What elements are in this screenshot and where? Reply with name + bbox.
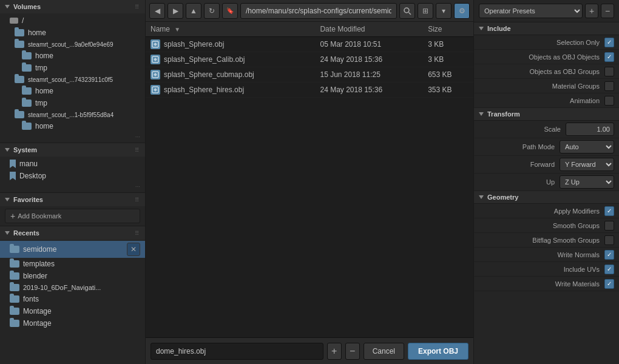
path-input[interactable]: [240, 3, 397, 19]
up-button[interactable]: ▲: [186, 3, 201, 19]
volume-item-steamrt3[interactable]: steamrt_scout_...1-b5f9f55d8a4: [0, 109, 145, 120]
recent-item-montage2[interactable]: Montage: [0, 317, 145, 329]
bookmark-icon: [10, 160, 16, 168]
write-normals-checkbox[interactable]: [604, 250, 614, 260]
panel-row-selection-only: Selection Only: [474, 35, 619, 50]
search-button[interactable]: [399, 3, 415, 19]
animation-checkbox[interactable]: [604, 96, 614, 106]
table-row[interactable]: splash_Sphere_Calib.obj 24 May 2018 15:3…: [146, 52, 473, 67]
transform-section-header[interactable]: Transform: [474, 108, 619, 121]
volume-item-tmp2[interactable]: tmp: [0, 97, 145, 109]
include-uvs-label: Include UVs: [481, 266, 604, 273]
col-header-date[interactable]: Date Modified: [315, 22, 423, 37]
apply-modifiers-label: Apply Modifiers: [481, 207, 604, 215]
panel-row-include-uvs: Include UVs: [474, 262, 619, 277]
write-materials-checkbox[interactable]: [604, 279, 614, 289]
filename-minus-button[interactable]: −: [345, 343, 360, 360]
geometry-section-header[interactable]: Geometry: [474, 191, 619, 204]
volume-item-home1[interactable]: home: [0, 27, 145, 39]
sidebar-item-desktop[interactable]: Desktop: [0, 170, 145, 182]
volume-item-tmp1[interactable]: tmp: [0, 62, 145, 74]
bookmark-add-button[interactable]: 🔖: [222, 3, 238, 19]
folder-icon: [10, 260, 19, 268]
svg-point-0: [404, 8, 409, 13]
recent-item-montage1[interactable]: Montage: [0, 305, 145, 317]
volume-item-steamrt1[interactable]: steamrt_scout_...9a0ef0e94e69: [0, 39, 145, 50]
filename-plus-button[interactable]: +: [327, 343, 342, 360]
preset-remove-button[interactable]: −: [601, 4, 614, 18]
table-row[interactable]: splash_Sphere.obj 05 Mar 2018 10:51 3 KB: [146, 37, 473, 52]
volumes-section: Volumes ⠿ / home steamrt_scout_...9a0ef0…: [0, 0, 145, 143]
up-select[interactable]: Z Up: [560, 175, 614, 189]
preset-add-button[interactable]: +: [585, 4, 598, 18]
forward-label: Forward: [481, 161, 560, 168]
recent-label-6dof: 2019-10_6DoF_Navigati...: [23, 284, 101, 291]
include-section-header[interactable]: Include: [474, 22, 619, 35]
preset-select[interactable]: Operator Presets: [479, 4, 583, 18]
recent-item-semidome[interactable]: semidome ✕: [0, 241, 145, 258]
apply-modifiers-checkbox[interactable]: [604, 206, 614, 216]
selection-only-checkbox[interactable]: [604, 38, 614, 47]
include-uvs-checkbox[interactable]: [604, 265, 614, 274]
app-container: Volumes ⠿ / home steamrt_scout_...9a0ef0…: [0, 0, 619, 364]
smooth-groups-checkbox[interactable]: [604, 221, 614, 231]
path-mode-select[interactable]: Auto: [560, 140, 614, 153]
volume-item-home3[interactable]: home: [0, 85, 145, 97]
sidebar: Volumes ⠿ / home steamrt_scout_...9a0ef0…: [0, 0, 146, 364]
filter-button[interactable]: ▾: [436, 3, 452, 19]
view-toggle-button[interactable]: ⊞: [418, 3, 433, 19]
filename-input[interactable]: [151, 343, 323, 360]
volume-item-home2[interactable]: home: [0, 50, 145, 62]
table-row[interactable]: splash_Sphere_hires.obj 24 May 2018 15:3…: [146, 83, 473, 98]
system-section: System ⠿ manu Desktop ···: [0, 143, 145, 193]
objects-obj-objects-checkbox[interactable]: [604, 52, 614, 62]
favorites-header[interactable]: Favorites ⠿: [0, 193, 145, 206]
forward-button[interactable]: ▶: [167, 3, 183, 19]
material-groups-checkbox[interactable]: [604, 81, 614, 91]
bitflag-smooth-groups-checkbox[interactable]: [604, 235, 614, 245]
col-header-name[interactable]: Name ▼: [146, 22, 315, 37]
favorites-drag-handle: ⠿: [135, 197, 140, 203]
search-icon: [403, 7, 411, 15]
volume-item-home4[interactable]: home: [0, 120, 145, 132]
back-button[interactable]: ◀: [149, 3, 165, 19]
settings-button[interactable]: ⚙: [454, 3, 470, 19]
system-header[interactable]: System ⠿: [0, 143, 145, 157]
material-groups-label: Material Groups: [481, 83, 604, 90]
sidebar-item-manu[interactable]: manu: [0, 158, 145, 170]
recent-item-fonts[interactable]: fonts: [0, 293, 145, 305]
panel-row-apply-modifiers: Apply Modifiers: [474, 204, 619, 218]
recent-item-templates[interactable]: templates: [0, 258, 145, 270]
recent-item-blender[interactable]: blender: [0, 270, 145, 282]
recents-header[interactable]: Recents ⠿: [0, 226, 145, 240]
volume-label-steamrt1: steamrt_scout_...9a0ef0e94e69: [28, 41, 113, 48]
geometry-section-label: Geometry: [487, 194, 518, 201]
volume-item-root[interactable]: /: [0, 15, 145, 27]
cancel-button[interactable]: Cancel: [364, 343, 404, 360]
bitflag-smooth-groups-label: Bitflag Smooth Groups: [481, 237, 604, 244]
recent-label-fonts: fonts: [23, 295, 39, 303]
recents-triangle-icon: [5, 231, 10, 235]
volumes-header[interactable]: Volumes ⠿: [0, 0, 145, 13]
scale-input[interactable]: [566, 123, 614, 136]
file-size: 653 KB: [423, 67, 473, 83]
system-label: System: [13, 146, 37, 153]
forward-select[interactable]: Y Forward: [560, 158, 614, 171]
system-label-manu: manu: [19, 160, 38, 168]
obj-icon: [151, 39, 160, 49]
volume-item-steamrt2[interactable]: steamrt_scout_...74323911c0f5: [0, 74, 145, 85]
col-header-size[interactable]: Size: [423, 22, 473, 37]
close-recent-semidome-button[interactable]: ✕: [127, 243, 140, 256]
write-normals-label: Write Normals: [481, 251, 604, 258]
panel-row-objects-obj-objects: Objects as OBJ Objects: [474, 50, 619, 64]
folder-icon: [10, 320, 19, 327]
add-bookmark-button[interactable]: + Add Bookmark: [5, 209, 140, 223]
panel-row-objects-obj-groups: Objects as OBJ Groups: [474, 64, 619, 79]
recent-item-6dof[interactable]: 2019-10_6DoF_Navigati...: [0, 282, 145, 293]
table-row[interactable]: splash_Sphere_cubmap.obj 15 Jun 2018 11:…: [146, 67, 473, 83]
objects-obj-groups-checkbox[interactable]: [604, 67, 614, 76]
favorites-label: Favorites: [13, 196, 43, 203]
export-button[interactable]: Export OBJ: [408, 343, 468, 360]
recent-label-semidome: semidome: [23, 245, 56, 254]
refresh-button[interactable]: ↻: [204, 3, 220, 19]
